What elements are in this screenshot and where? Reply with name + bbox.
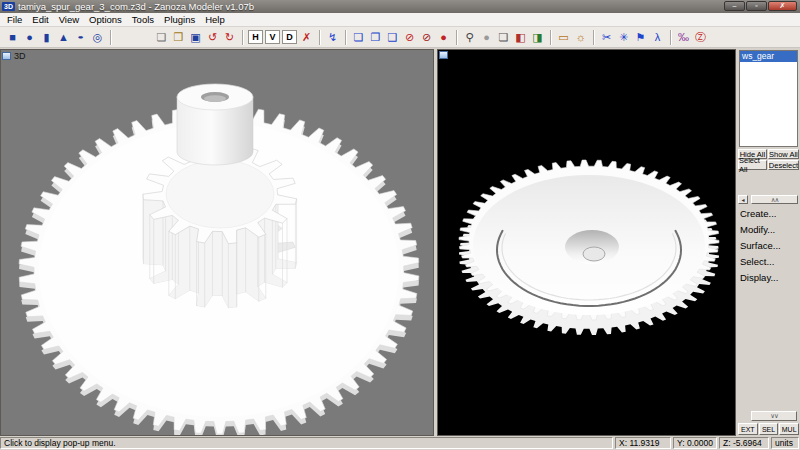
h-view-button[interactable]: H <box>248 30 263 44</box>
flag-tool-icon[interactable]: ⚑ <box>632 29 649 46</box>
viewport-menu-button[interactable] <box>439 51 448 59</box>
cylinder-primitive-icon[interactable]: ▮ <box>38 29 55 46</box>
toolbar-group: ‰Ⓩ <box>673 29 711 46</box>
red-sphere-icon[interactable]: ● <box>435 29 452 46</box>
viewport-label: 3D <box>14 51 26 61</box>
panel-rollup-button[interactable]: ∧∧ <box>751 195 798 204</box>
status-z-coord: Z: -5.6964 <box>719 437 769 449</box>
toolbar-group: ❏❐❑⊘⊘● <box>348 29 454 46</box>
box-primitive-icon-glyph: ■ <box>9 32 16 43</box>
star-tool-icon[interactable]: ✳ <box>615 29 632 46</box>
mul-mode-button[interactable]: MUL <box>779 423 799 435</box>
box-primitive-icon[interactable]: ■ <box>4 29 21 46</box>
object-list-item[interactable]: ws_gear <box>740 51 797 62</box>
viewport-3d-left[interactable]: 3D <box>0 49 434 436</box>
z-disabled-icon[interactable]: Ⓩ <box>692 29 709 46</box>
menu-plugins[interactable]: Plugins <box>159 14 200 25</box>
zigzag-tool-icon[interactable]: ↯ <box>324 29 341 46</box>
d-view-button[interactable]: D <box>282 30 297 44</box>
status-y-coord: Y: 0.0000 <box>673 437 717 449</box>
menu-tools[interactable]: Tools <box>127 14 159 25</box>
lock-mode-icon[interactable]: ⊘ <box>401 29 418 46</box>
v-view-button[interactable]: V <box>265 30 280 44</box>
percent-icon[interactable]: ‰ <box>675 29 692 46</box>
ext-mode-button[interactable]: EXT <box>738 423 758 435</box>
red-cross-icon[interactable]: ✗ <box>298 29 315 46</box>
minimize-button[interactable]: – <box>724 1 745 11</box>
v-view-button-glyph: V <box>269 33 275 42</box>
title-bar[interactable]: 3D tamiya_spur_gear_3_com.z3d - Zanoza M… <box>0 0 800 13</box>
gear-render-right <box>438 50 735 435</box>
object-list[interactable]: ws_gear <box>739 50 798 147</box>
texture-cube-icon-glyph: ◧ <box>515 32 525 43</box>
red-sphere-icon-glyph: ● <box>440 32 447 43</box>
toolbar-group: ❏❒▣↺↻ <box>151 29 240 46</box>
cone-primitive-icon[interactable]: ▲ <box>55 29 72 46</box>
close-button[interactable]: ✗ <box>768 1 797 11</box>
select-all-button[interactable]: Select All <box>738 160 767 170</box>
workspace: 3D <box>0 48 800 436</box>
menu-view[interactable]: View <box>54 14 84 25</box>
save-import-icon-glyph: ↺ <box>208 32 217 43</box>
sidebar-menu-surface[interactable]: Surface... <box>740 240 799 256</box>
show-all-button[interactable]: Show All <box>768 149 799 159</box>
sun-icon[interactable]: ☼ <box>572 29 589 46</box>
sel-mode-button[interactable]: SEL <box>759 423 779 435</box>
sidebar-collapse-button[interactable]: ◂ <box>738 195 748 204</box>
sidebar-menu-create[interactable]: Create... <box>740 208 799 224</box>
wire-cube-icon-glyph: ❏ <box>499 32 509 43</box>
gear-render-left <box>1 50 433 435</box>
save-import-icon[interactable]: ↺ <box>204 29 221 46</box>
wire-cube-icon[interactable]: ❏ <box>495 29 512 46</box>
toolbar-group: ■●▮▲●◎ <box>2 29 108 46</box>
sidebar-menu-select[interactable]: Select... <box>740 256 799 272</box>
z-disabled-icon-glyph: Ⓩ <box>695 32 706 43</box>
rect-select-icon[interactable]: ▭ <box>555 29 572 46</box>
vertex-mode-icon-glyph: ❏ <box>354 32 364 43</box>
material-cube-icon[interactable]: ◨ <box>529 29 546 46</box>
percent-icon-glyph: ‰ <box>678 32 689 43</box>
scissors-tool-icon[interactable]: ✂ <box>598 29 615 46</box>
gray-sphere-icon[interactable]: ● <box>478 29 495 46</box>
red-cross-icon-glyph: ✗ <box>302 32 311 43</box>
open-file-icon[interactable]: ❒ <box>170 29 187 46</box>
menu-file[interactable]: File <box>2 14 27 25</box>
toolbar-group: ▭☼ <box>553 29 591 46</box>
cylinder-primitive-icon-glyph: ▮ <box>43 32 49 43</box>
deselect-button[interactable]: Deselect <box>768 160 799 170</box>
toolbar-group: ✂✳⚑λ <box>596 29 668 46</box>
sphere-primitive-icon-glyph: ● <box>26 32 33 43</box>
restore-button[interactable]: ▫ <box>746 1 767 11</box>
torus-primitive-icon[interactable]: ◎ <box>89 29 106 46</box>
window-controls: – ▫ ✗ <box>724 1 797 11</box>
texture-cube-icon[interactable]: ◧ <box>512 29 529 46</box>
toolbar-group: ⚲●❏◧◨ <box>459 29 548 46</box>
sidebar-menu-display[interactable]: Display... <box>740 272 799 288</box>
face-mode-icon[interactable]: ❑ <box>384 29 401 46</box>
ellipsoid-primitive-icon[interactable]: ● <box>72 29 89 46</box>
sidebar-menu-modify[interactable]: Modify... <box>740 224 799 240</box>
selection-mode-buttons: EXTSELMUL <box>738 423 799 435</box>
face-mode-icon-glyph: ❑ <box>388 32 398 43</box>
toolbar-separator <box>345 30 346 45</box>
app-window: 3D tamiya_spur_gear_3_com.z3d - Zanoza M… <box>0 0 800 450</box>
viewport-3d-right[interactable] <box>437 49 736 436</box>
save-export-icon[interactable]: ↻ <box>221 29 238 46</box>
object-action-buttons: Hide AllShow AllSelect AllDeselect <box>738 149 799 170</box>
viewport-menu-button[interactable] <box>2 52 11 60</box>
hide-mode-icon[interactable]: ⊘ <box>418 29 435 46</box>
status-message: Click to display pop-up menu. <box>0 437 613 449</box>
menu-edit[interactable]: Edit <box>27 14 53 25</box>
sphere-primitive-icon[interactable]: ● <box>21 29 38 46</box>
menu-help[interactable]: Help <box>200 14 230 25</box>
new-file-icon[interactable]: ❏ <box>153 29 170 46</box>
lambda-tool-icon[interactable]: λ <box>649 29 666 46</box>
panel-rolldown-button[interactable]: ∨∨ <box>751 411 797 421</box>
edge-mode-icon[interactable]: ❐ <box>367 29 384 46</box>
vertex-mode-icon[interactable]: ❏ <box>350 29 367 46</box>
save-file-icon[interactable]: ▣ <box>187 29 204 46</box>
torus-primitive-icon-glyph: ◎ <box>93 32 103 43</box>
menu-options[interactable]: Options <box>84 14 127 25</box>
gray-sphere-icon-glyph: ● <box>483 32 490 43</box>
zoom-tool-icon[interactable]: ⚲ <box>461 29 478 46</box>
